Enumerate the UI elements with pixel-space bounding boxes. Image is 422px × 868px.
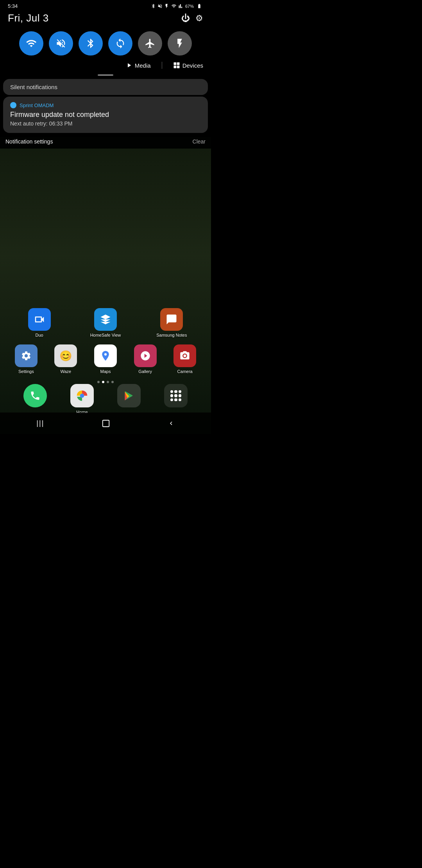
silent-header: Silent notifications bbox=[3, 79, 208, 95]
waze-label: Waze bbox=[61, 369, 72, 374]
gallery-icon bbox=[134, 344, 157, 367]
sound-toggle[interactable] bbox=[49, 31, 73, 56]
notification-card[interactable]: ✓ Sprint OMADM Firmware update not compl… bbox=[3, 97, 208, 133]
bluetooth-icon bbox=[151, 4, 156, 9]
home-button[interactable] bbox=[102, 419, 110, 428]
battery-icon bbox=[195, 4, 203, 9]
time-display: 5:34 bbox=[8, 3, 18, 9]
check-icon: ✓ bbox=[10, 102, 16, 108]
devices-button[interactable]: Devices bbox=[173, 62, 203, 69]
svg-point-6 bbox=[80, 394, 84, 398]
dock: Home bbox=[0, 380, 211, 411]
app-camera[interactable]: Camera bbox=[169, 344, 200, 374]
svg-rect-2 bbox=[173, 66, 176, 68]
camera-label: Camera bbox=[177, 369, 193, 374]
nav-bar: ||| bbox=[0, 412, 211, 434]
battery-percent: 67% bbox=[185, 4, 194, 9]
devices-label: Devices bbox=[182, 62, 203, 69]
play-icon bbox=[117, 384, 141, 407]
settings-icon bbox=[15, 344, 38, 367]
notification-source: ✓ Sprint OMADM bbox=[10, 102, 201, 108]
dock-app-drawer[interactable] bbox=[164, 384, 188, 407]
sync-toggle[interactable] bbox=[108, 31, 132, 56]
app-settings[interactable]: Settings bbox=[11, 344, 42, 374]
separator bbox=[162, 62, 162, 69]
app-row-2: Settings 😊 Waze Maps Gallery Camera bbox=[6, 344, 205, 374]
dock-play[interactable] bbox=[117, 384, 141, 407]
app-gallery[interactable]: Gallery bbox=[130, 344, 161, 374]
signal-icon bbox=[179, 4, 184, 9]
chrome-icon bbox=[70, 384, 94, 407]
wifi-toggle[interactable] bbox=[19, 31, 43, 56]
phone-icon bbox=[23, 384, 47, 407]
dock-chrome[interactable]: Home bbox=[70, 384, 94, 407]
samsung-notes-icon bbox=[160, 308, 183, 331]
power-icon bbox=[164, 4, 169, 9]
maps-label: Maps bbox=[100, 369, 111, 374]
date-control-row: Fri, Jul 3 ⏻ ⚙ bbox=[0, 11, 211, 28]
back-button[interactable] bbox=[168, 420, 175, 427]
svg-point-5 bbox=[184, 355, 186, 357]
svg-rect-0 bbox=[173, 63, 176, 65]
date-display: Fri, Jul 3 bbox=[8, 12, 49, 24]
notification-panel: 5:34 67% bbox=[0, 0, 211, 149]
media-button[interactable]: Media bbox=[125, 62, 151, 69]
homescreen: Duo HomeSafe View Samsung Notes Settings… bbox=[0, 141, 211, 395]
camera-icon bbox=[173, 344, 196, 367]
media-devices-row: Media Devices bbox=[0, 62, 211, 74]
airplane-toggle[interactable] bbox=[138, 31, 162, 56]
app-homesafe[interactable]: HomeSafe View bbox=[90, 308, 121, 337]
silent-notifications-section: Silent notifications bbox=[3, 79, 208, 95]
homesafe-icon bbox=[94, 308, 117, 331]
svg-rect-7 bbox=[103, 420, 109, 427]
bluetooth-toggle[interactable] bbox=[79, 31, 103, 56]
svg-rect-1 bbox=[177, 63, 179, 65]
svg-rect-3 bbox=[177, 66, 179, 68]
dock-phone[interactable] bbox=[23, 384, 47, 407]
app-waze[interactable]: 😊 Waze bbox=[50, 344, 81, 374]
mute-icon bbox=[157, 4, 163, 9]
notification-settings-button[interactable]: Notification settings bbox=[5, 138, 53, 145]
flashlight-toggle[interactable] bbox=[168, 31, 192, 56]
settings-label: Settings bbox=[18, 369, 34, 374]
settings-button[interactable]: ⚙ bbox=[195, 13, 203, 23]
homesafe-label: HomeSafe View bbox=[90, 333, 121, 337]
drag-handle bbox=[0, 74, 211, 79]
app-drawer-icon bbox=[164, 384, 188, 407]
svg-point-4 bbox=[104, 353, 107, 355]
waze-icon: 😊 bbox=[54, 344, 77, 367]
samsung-notes-label: Samsung Notes bbox=[156, 333, 187, 337]
app-duo[interactable]: Duo bbox=[24, 308, 55, 337]
gallery-label: Gallery bbox=[138, 369, 152, 374]
app-maps[interactable]: Maps bbox=[90, 344, 121, 374]
quick-toggles bbox=[0, 28, 211, 62]
notification-settings-bar: Notification settings Clear bbox=[0, 135, 211, 149]
duo-icon bbox=[28, 308, 51, 331]
status-icons: 67% bbox=[151, 4, 203, 9]
wifi-status-icon bbox=[171, 4, 177, 9]
duo-label: Duo bbox=[36, 333, 43, 337]
notification-body: Next auto retry: 06:33 PM bbox=[10, 120, 201, 127]
app-samsung-notes[interactable]: Samsung Notes bbox=[156, 308, 187, 337]
media-label: Media bbox=[135, 62, 151, 69]
power-button[interactable]: ⏻ bbox=[181, 13, 190, 23]
app-row-1: Duo HomeSafe View Samsung Notes bbox=[6, 308, 205, 337]
maps-icon bbox=[94, 344, 117, 367]
recent-apps-button[interactable]: ||| bbox=[36, 419, 44, 427]
notification-title: Firmware update not completed bbox=[10, 111, 201, 119]
clear-button[interactable]: Clear bbox=[193, 138, 206, 145]
status-bar: 5:34 67% bbox=[0, 0, 211, 11]
